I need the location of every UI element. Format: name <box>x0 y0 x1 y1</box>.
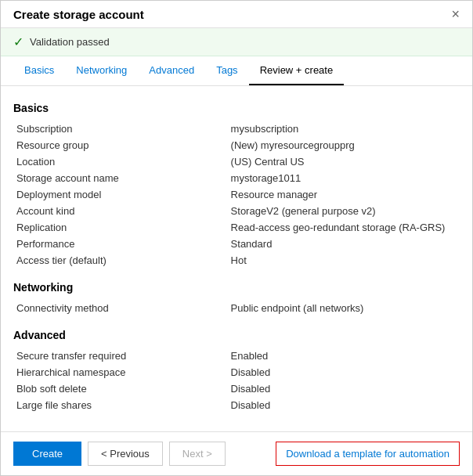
basics-section-title: Basics <box>13 102 460 114</box>
secure-transfer-label: Secure transfer required <box>13 348 228 364</box>
table-row: Connectivity method Public endpoint (all… <box>13 300 460 316</box>
replication-value: Read-access geo-redundant storage (RA-GR… <box>228 219 460 236</box>
performance-value: Standard <box>228 236 460 252</box>
table-row: Account kind StorageV2 (general purpose … <box>13 203 460 219</box>
large-file-shares-label: Large file shares <box>13 397 228 413</box>
hierarchical-namespace-value: Disabled <box>228 364 460 380</box>
validation-banner: ✓ Validation passed <box>1 28 472 56</box>
tab-tags[interactable]: Tags <box>205 56 248 85</box>
close-button[interactable]: × <box>451 7 460 21</box>
account-kind-label: Account kind <box>13 203 228 219</box>
advanced-table: Secure transfer required Enabled Hierarc… <box>13 348 460 413</box>
performance-label: Performance <box>13 236 228 252</box>
hierarchical-namespace-label: Hierarchical namespace <box>13 364 228 380</box>
account-kind-value: StorageV2 (general purpose v2) <box>228 203 460 219</box>
access-tier-label: Access tier (default) <box>13 252 228 269</box>
deployment-model-value: Resource manager <box>228 186 460 203</box>
create-storage-account-window: Create storage account × ✓ Validation pa… <box>0 0 473 476</box>
table-row: Blob soft delete Disabled <box>13 380 460 397</box>
tab-networking[interactable]: Networking <box>65 56 138 85</box>
window-title: Create storage account <box>13 8 144 21</box>
resource-group-value: (New) myresourcegroupprg <box>228 137 460 153</box>
tab-review-create[interactable]: Review + create <box>249 56 345 85</box>
table-row: Performance Standard <box>13 236 460 252</box>
footer: Create < Previous Next > Download a temp… <box>1 431 472 475</box>
table-row: Subscription mysubscription <box>13 121 460 137</box>
storage-account-name-value: mystorage1011 <box>228 170 460 186</box>
networking-section-title: Networking <box>13 281 460 294</box>
networking-table: Connectivity method Public endpoint (all… <box>13 300 460 316</box>
replication-label: Replication <box>13 219 228 236</box>
blob-soft-delete-value: Disabled <box>228 380 460 397</box>
location-label: Location <box>13 153 228 170</box>
tab-bar: Basics Networking Advanced Tags Review +… <box>1 56 472 86</box>
deployment-model-label: Deployment model <box>13 186 228 203</box>
secure-transfer-value: Enabled <box>228 348 460 364</box>
content-area: Basics Subscription mysubscription Resou… <box>1 86 472 431</box>
resource-group-label: Resource group <box>13 137 228 153</box>
next-button[interactable]: Next > <box>169 442 226 466</box>
table-row: Location (US) Central US <box>13 153 460 170</box>
connectivity-method-value: Public endpoint (all networks) <box>228 300 460 316</box>
access-tier-value: Hot <box>228 252 460 269</box>
validation-text: Validation passed <box>30 36 110 48</box>
table-row: Replication Read-access geo-redundant st… <box>13 219 460 236</box>
table-row: Deployment model Resource manager <box>13 186 460 203</box>
title-bar: Create storage account × <box>1 1 472 28</box>
table-row: Storage account name mystorage1011 <box>13 170 460 186</box>
connectivity-method-label: Connectivity method <box>13 300 228 316</box>
previous-button[interactable]: < Previous <box>88 442 163 466</box>
large-file-shares-value: Disabled <box>228 397 460 413</box>
table-row: Hierarchical namespace Disabled <box>13 364 460 380</box>
table-row: Secure transfer required Enabled <box>13 348 460 364</box>
storage-account-name-label: Storage account name <box>13 170 228 186</box>
checkmark-icon: ✓ <box>13 34 23 49</box>
advanced-section-title: Advanced <box>13 329 460 341</box>
table-row: Access tier (default) Hot <box>13 252 460 269</box>
blob-soft-delete-label: Blob soft delete <box>13 380 228 397</box>
tab-basics[interactable]: Basics <box>13 56 65 85</box>
tab-advanced[interactable]: Advanced <box>138 56 205 85</box>
location-value: (US) Central US <box>228 153 460 170</box>
download-template-button[interactable]: Download a template for automation <box>276 442 460 466</box>
basics-table: Subscription mysubscription Resource gro… <box>13 121 460 269</box>
create-button[interactable]: Create <box>13 442 81 466</box>
table-row: Resource group (New) myresourcegroupprg <box>13 137 460 153</box>
table-row: Large file shares Disabled <box>13 397 460 413</box>
subscription-label: Subscription <box>13 121 228 137</box>
subscription-value[interactable]: mysubscription <box>228 121 460 137</box>
